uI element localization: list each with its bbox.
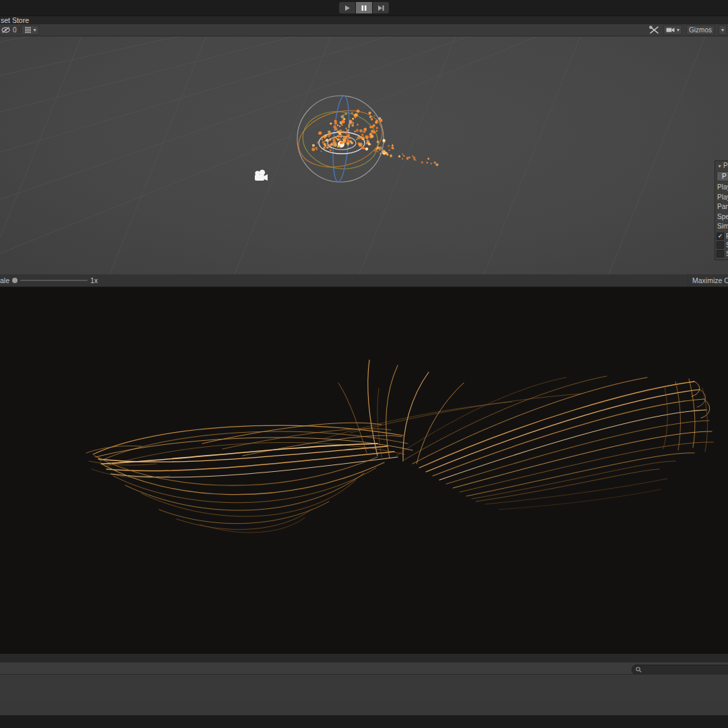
gizmos-button[interactable]: Gizmos	[686, 25, 715, 35]
checkbox-checked-icon[interactable]: ✓	[717, 233, 724, 240]
scene-toolbar-left: 0 ▾	[0, 25, 39, 35]
game-toolbar: ale 1x Maximize On	[0, 274, 728, 287]
chevron-down-icon: ▾	[721, 28, 724, 33]
panel-title: Pa	[723, 162, 728, 169]
particle-effect-panel: ▼Pa P Play Play Part Spe Sim ✓ R S S	[715, 160, 728, 260]
show-bounds-toggle[interactable]: S	[715, 241, 728, 249]
show-selected-toggle[interactable]: S	[715, 249, 728, 258]
toolbar-separator	[19, 26, 20, 34]
chevron-down-icon: ▾	[677, 28, 679, 33]
scale-slider-track[interactable]	[20, 280, 88, 281]
step-button[interactable]	[373, 2, 389, 13]
console-content	[0, 674, 728, 702]
play-icon	[344, 5, 351, 11]
particle-effect-header[interactable]: ▼Pa	[715, 161, 728, 171]
checkbox-empty-icon[interactable]	[717, 241, 724, 249]
pause-button[interactable]	[356, 2, 372, 13]
gizmos-label: Gizmos	[689, 26, 712, 34]
console-toolbar	[0, 662, 728, 675]
search-input[interactable]	[632, 665, 728, 675]
hidden-count: 0	[13, 26, 17, 34]
scene-grid	[0, 36, 728, 274]
particle-trails	[86, 360, 713, 533]
resimulate-toggle[interactable]: ✓ R	[715, 232, 728, 241]
scene-view-canvas	[0, 36, 728, 274]
tab-strip: set Store	[0, 16, 728, 24]
playback-row: Play	[715, 193, 728, 203]
particles-row: Part	[715, 202, 728, 212]
status-bar	[0, 701, 728, 716]
checkbox-empty-icon[interactable]	[717, 250, 724, 257]
game-view[interactable]	[0, 287, 728, 654]
play-controls	[339, 2, 389, 13]
chevron-down-icon: ▾	[34, 28, 36, 33]
play-button[interactable]	[339, 2, 355, 13]
foldout-triangle-icon: ▼	[717, 164, 722, 169]
simulate-row: Sim	[715, 222, 728, 232]
window-footer	[0, 715, 728, 728]
scene-toolbar-right: ▾ Gizmos ▾	[649, 25, 728, 35]
scale-slider-knob[interactable]	[12, 278, 18, 283]
pause-icon	[361, 5, 367, 11]
scene-camera-dropdown[interactable]: ▾	[663, 25, 682, 35]
scene-camera-icon	[666, 27, 675, 33]
grid-visibility-dropdown[interactable]: ▾	[22, 25, 39, 35]
eye-hidden-icon[interactable]	[1, 26, 11, 34]
speed-row: Spe	[715, 212, 728, 222]
pause-effect-button[interactable]: P	[717, 171, 728, 181]
scene-view[interactable]	[0, 36, 728, 274]
step-forward-icon	[377, 5, 385, 11]
playback-row: Play	[715, 183, 728, 193]
scale-value: 1x	[90, 276, 98, 284]
maximize-on-play-button[interactable]: Maximize On	[688, 274, 728, 286]
gizmos-dropdown[interactable]: ▾	[719, 25, 727, 35]
search-icon	[636, 667, 642, 673]
scene-toolbar: 0 ▾ ▾	[0, 24, 728, 36]
game-view-footer	[0, 654, 728, 662]
camera-gizmo-icon[interactable]	[255, 170, 268, 181]
scale-control: ale 1x	[0, 274, 98, 286]
tools-icon[interactable]	[649, 26, 659, 34]
tab-asset-store[interactable]: set Store	[1, 16, 29, 24]
main-toolbar	[0, 0, 728, 16]
scale-label: ale	[0, 276, 9, 284]
unity-editor-window: set Store 0 ▾	[0, 0, 728, 728]
grid-visibility-icon	[24, 26, 32, 34]
game-view-canvas	[0, 287, 728, 654]
